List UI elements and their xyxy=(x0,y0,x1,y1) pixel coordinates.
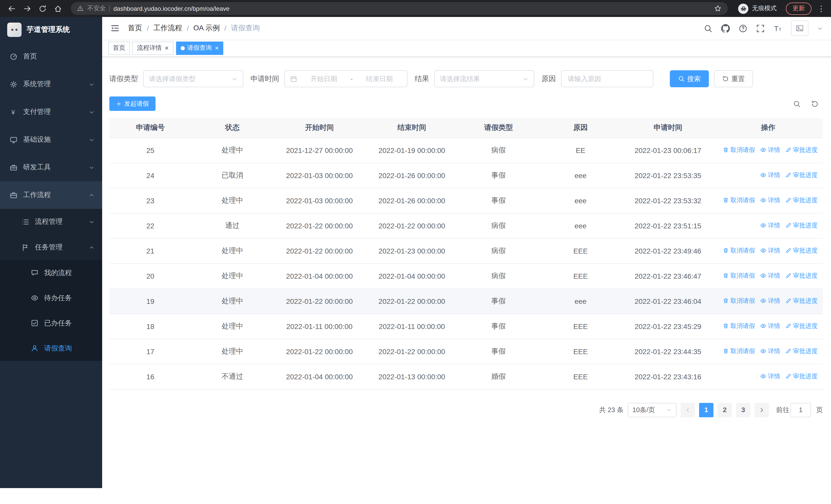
approval-progress-link[interactable]: 审批进度 xyxy=(785,297,818,305)
page-size-select[interactable]: 10条/页 xyxy=(628,403,677,417)
horizontal-scrollbar-track[interactable] xyxy=(0,488,831,504)
cancel-leave-link[interactable]: 取消请假 xyxy=(723,322,755,330)
detail-link[interactable]: 详情 xyxy=(760,196,780,205)
page-button-2[interactable]: 2 xyxy=(718,403,732,417)
leave-type-select[interactable]: 请选择请假类型 xyxy=(143,70,243,87)
approval-progress-link[interactable]: 审批进度 xyxy=(785,171,818,180)
avatar-chevron-down-icon[interactable] xyxy=(817,25,823,31)
breadcrumb-item[interactable]: OA 示例 xyxy=(194,24,220,33)
detail-link[interactable]: 详情 xyxy=(760,322,780,330)
pen-icon xyxy=(785,223,792,229)
page-button-1[interactable]: 1 xyxy=(699,403,713,417)
sidebar-toggle-icon[interactable] xyxy=(110,24,120,33)
cancel-leave-link[interactable]: 取消请假 xyxy=(723,246,755,255)
bookmark-star-icon[interactable] xyxy=(714,5,722,12)
reason-input[interactable] xyxy=(561,70,653,87)
table-tool-icons xyxy=(793,100,819,108)
browser-menu-icon[interactable]: ⋮ xyxy=(816,4,826,13)
search-icon[interactable] xyxy=(704,24,712,33)
detail-link[interactable]: 详情 xyxy=(760,171,780,180)
close-icon[interactable]: × xyxy=(165,45,169,51)
sidebar-item-process-management[interactable]: 流程管理 xyxy=(0,209,102,235)
sidebar-item-task-management[interactable]: 任务管理 xyxy=(0,235,102,260)
cell-applied: 2022-01-22 23:46:04 xyxy=(622,289,714,314)
breadcrumb-item[interactable]: 工作流程 xyxy=(153,24,182,33)
font-size-icon[interactable]: TT xyxy=(774,24,782,33)
search-button[interactable]: 搜索 xyxy=(670,70,709,87)
sidebar-item-leave-query[interactable]: 请假查询 xyxy=(0,336,102,361)
approval-progress-link[interactable]: 审批进度 xyxy=(785,271,818,280)
sidebar-item-todo-tasks[interactable]: 待办任务 xyxy=(0,285,102,310)
leave-table-wrap: 申请编号状态开始时间结束时间请假类型原因申请时间操作 25处理中2021-12-… xyxy=(109,118,823,389)
cell-status: 处理中 xyxy=(192,314,274,339)
breadcrumb-item[interactable]: 首页 xyxy=(128,24,142,33)
cancel-leave-link[interactable]: 取消请假 xyxy=(723,297,755,305)
avatar[interactable] xyxy=(791,21,808,36)
sidebar-item-infrastructure[interactable]: 基础设施 xyxy=(0,126,102,153)
address-bar[interactable]: 不安全 dashboard.yudao.iocoder.cn/bpm/oa/le… xyxy=(71,2,728,15)
approval-progress-link[interactable]: 审批进度 xyxy=(785,322,818,330)
apply-time-range-picker[interactable]: 开始日期 - 结束日期 xyxy=(284,70,407,87)
approval-progress-link[interactable]: 审批进度 xyxy=(785,372,818,381)
tab-label: 流程详情 xyxy=(137,43,162,52)
sidebar-item-my-process[interactable]: 我的流程 xyxy=(0,260,102,285)
tab-leave-query[interactable]: 请假查询× xyxy=(176,41,223,55)
tab-home[interactable]: 首页 xyxy=(108,41,130,55)
create-leave-button[interactable]: 发起请假 xyxy=(109,96,155,111)
chevron-left-icon xyxy=(685,407,691,413)
home-icon[interactable] xyxy=(51,2,65,15)
logo[interactable]: 芋道管理系统 xyxy=(0,17,102,42)
approval-progress-link[interactable]: 审批进度 xyxy=(785,146,818,154)
cell-end: 2022-01-26 00:00:00 xyxy=(366,188,458,213)
cancel-leave-link[interactable]: 取消请假 xyxy=(723,196,755,205)
cancel-leave-link[interactable]: 取消请假 xyxy=(723,146,755,154)
cell-status: 不通过 xyxy=(192,364,274,389)
cell-reason: eee xyxy=(539,163,622,188)
detail-link[interactable]: 详情 xyxy=(760,221,780,230)
reset-button[interactable]: 重置 xyxy=(714,70,753,87)
address-bar-divider xyxy=(109,5,110,12)
approval-progress-link[interactable]: 审批进度 xyxy=(785,221,818,230)
sidebar-item-done-tasks[interactable]: 已办任务 xyxy=(0,310,102,336)
detail-link[interactable]: 详情 xyxy=(760,372,780,381)
cell-reason: EEE xyxy=(539,364,622,389)
detail-link[interactable]: 详情 xyxy=(760,246,780,255)
help-icon[interactable] xyxy=(739,24,747,33)
forward-icon[interactable] xyxy=(21,2,34,15)
github-icon[interactable] xyxy=(721,24,730,33)
approval-progress-link[interactable]: 审批进度 xyxy=(785,347,818,356)
sidebar-item-system[interactable]: 系统管理 xyxy=(0,70,102,98)
goto-page-input[interactable] xyxy=(791,403,811,417)
next-page-button[interactable] xyxy=(754,403,769,417)
sidebar-item-home[interactable]: 首页 xyxy=(0,42,102,70)
cancel-leave-link[interactable]: 取消请假 xyxy=(723,271,755,280)
detail-link[interactable]: 详情 xyxy=(760,146,780,154)
sidebar-item-devtools[interactable]: 研发工具 xyxy=(0,153,102,181)
toggle-search-icon[interactable] xyxy=(793,100,801,108)
cancel-leave-link[interactable]: 取消请假 xyxy=(723,347,755,356)
detail-link[interactable]: 详情 xyxy=(760,347,780,356)
column-header: 原因 xyxy=(539,118,622,138)
tab-process-detail[interactable]: 流程详情× xyxy=(133,41,173,55)
result-select[interactable]: 请选择流结果 xyxy=(434,70,534,87)
fullscreen-icon[interactable] xyxy=(756,24,765,33)
close-icon[interactable]: × xyxy=(215,45,219,51)
prev-page-button[interactable] xyxy=(681,403,695,417)
detail-link[interactable]: 详情 xyxy=(760,271,780,280)
approval-progress-link[interactable]: 审批进度 xyxy=(785,196,818,205)
approval-progress-link[interactable]: 审批进度 xyxy=(785,246,818,255)
page-button-3[interactable]: 3 xyxy=(736,403,750,417)
detail-link[interactable]: 详情 xyxy=(760,297,780,305)
sidebar-item-payment[interactable]: ¥支付管理 xyxy=(0,98,102,126)
security-warning[interactable]: 不安全 xyxy=(87,4,106,13)
plus-icon xyxy=(116,101,122,107)
cell-end: 2022-01-13 00:00:00 xyxy=(366,364,458,389)
back-icon[interactable] xyxy=(5,2,19,15)
menu-item-label: 待办任务 xyxy=(44,293,72,302)
reload-icon[interactable] xyxy=(36,2,49,15)
cell-end: 2022-01-04 00:00:00 xyxy=(366,263,458,289)
cell-actions: 取消请假详情审批进度 xyxy=(714,314,823,339)
sidebar-item-workflow[interactable]: 工作流程 xyxy=(0,181,102,209)
update-button[interactable]: 更新 xyxy=(786,2,811,14)
refresh-table-icon[interactable] xyxy=(811,100,819,108)
